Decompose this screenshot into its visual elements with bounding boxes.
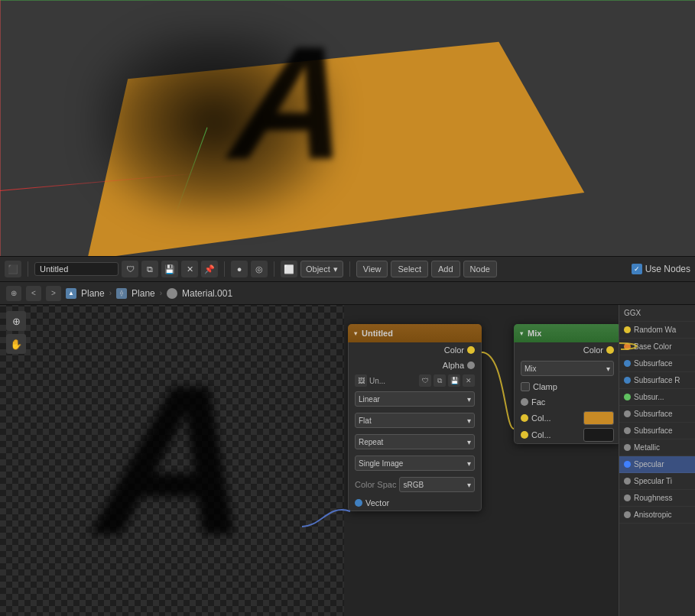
specular-ti-label: Specular Ti: [634, 477, 672, 485]
object-mode-icon[interactable]: ⬜: [281, 261, 297, 277]
filename-input[interactable]: [34, 262, 119, 276]
source-value: Single Image: [359, 459, 403, 468]
image-texture-node: ▾ Untitled Color Alpha 🖼 Un... 🛡 ⧉ 💾 ✕: [348, 324, 482, 511]
subsurface-label: Subsurface: [634, 359, 673, 368]
editor-type-icon[interactable]: ⬛: [5, 261, 21, 277]
pin-icon[interactable]: 📌: [201, 261, 218, 277]
zoom-tool-button[interactable]: ⊕: [6, 311, 26, 331]
mode-label: Object: [306, 264, 330, 274]
breadcrumb-arrow-1: ›: [109, 289, 112, 297]
close-icon[interactable]: ✕: [181, 261, 198, 277]
specular-ti-socket[interactable]: [624, 478, 631, 485]
view-label: View: [363, 264, 382, 274]
color-space-dropdown[interactable]: sRGB ▾: [399, 477, 475, 492]
col2-input-socket[interactable]: [521, 431, 528, 439]
col2-color-swatch[interactable]: [583, 428, 614, 442]
hand-tool-button[interactable]: ✋: [6, 334, 26, 354]
use-nodes-checkbox[interactable]: ✓: [632, 264, 642, 274]
use-nodes-label: Use Nodes: [645, 264, 690, 274]
principled-bsdf-node: ▾ Principled GGX Random Wa Base Color Su…: [619, 282, 695, 616]
select-label: Select: [398, 264, 421, 274]
preview-letter-container: A: [0, 305, 344, 616]
shield-icon[interactable]: 🛡: [122, 261, 138, 277]
add-button[interactable]: Add: [431, 261, 460, 277]
vector-input-socket[interactable]: [355, 499, 362, 507]
principled-subsurf-r-row: Subsurface R: [619, 372, 695, 389]
anisotropic-label: Anisotropic: [634, 511, 671, 519]
image-texture-node-header[interactable]: ▾ Untitled: [348, 324, 482, 342]
projection-dropdown[interactable]: Flat ▾: [355, 413, 475, 428]
mix-node: ▾ Mix Color Mix ▾ Clamp: [514, 324, 621, 444]
metallic-socket[interactable]: [624, 444, 631, 451]
base-color-socket[interactable]: [624, 343, 631, 350]
toolbar-separator-2: [224, 261, 225, 277]
subsur-label: Subsur...: [634, 393, 664, 401]
color-space-label: Color Spac: [355, 480, 396, 489]
nav-back-icon[interactable]: <: [26, 286, 41, 301]
subsurface-r-socket[interactable]: [624, 377, 631, 384]
alpha-output-socket[interactable]: [467, 361, 475, 369]
mix-node-header[interactable]: ▾ Mix: [514, 324, 621, 342]
principled-basecolor-row: Base Color: [619, 339, 695, 355]
col1-input-socket[interactable]: [521, 414, 528, 422]
source-wrapper: Single Image ▾: [349, 452, 481, 474]
plane-object-label: Plane: [81, 288, 105, 299]
color-output-socket[interactable]: [467, 346, 475, 354]
save-icon[interactable]: 💾: [161, 261, 178, 277]
mix-method-dropdown[interactable]: Mix ▾: [521, 361, 614, 376]
nav-forward-icon[interactable]: >: [46, 286, 61, 301]
color-space-chevron-icon: ▾: [467, 481, 471, 489]
principled-specular-row: Specular: [619, 456, 695, 473]
interpolation-dropdown[interactable]: Linear ▾: [355, 391, 475, 407]
col1-color-swatch[interactable]: [583, 411, 614, 425]
extension-dropdown[interactable]: Repeat ▾: [355, 434, 475, 449]
interpolation-value: Linear: [359, 395, 380, 404]
mini-shield-icon[interactable]: 🛡: [419, 374, 431, 387]
letter-preview: A: [226, 23, 356, 183]
mix-color-output-row: Color: [515, 342, 620, 358]
subsur-socket[interactable]: [624, 394, 631, 400]
collapse-arrow-icon: ▾: [354, 330, 357, 337]
roughness-socket[interactable]: [624, 494, 631, 501]
mix-color-output-socket[interactable]: [606, 346, 614, 354]
subsurface2-label: Subsurface: [634, 410, 673, 418]
specular-socket[interactable]: [624, 461, 631, 468]
mix-node-body: Color Mix ▾ Clamp Fac: [514, 342, 621, 444]
mini-copy-icon[interactable]: ⧉: [434, 374, 446, 387]
anisotropic-socket[interactable]: [624, 511, 631, 518]
source-dropdown[interactable]: Single Image ▾: [355, 456, 475, 471]
mix-method-chevron-icon: ▾: [606, 365, 610, 373]
mini-close-icon[interactable]: ✕: [463, 374, 475, 387]
select-button[interactable]: Select: [391, 261, 428, 277]
clamp-checkbox[interactable]: [521, 382, 530, 391]
fac-input-row: Fac: [515, 394, 620, 410]
image-mini-name: Un...: [369, 377, 417, 385]
mode-dropdown[interactable]: Object ▾: [300, 261, 343, 277]
ggx-label: GGX: [624, 309, 641, 317]
image-preview-icon[interactable]: 🖼: [355, 374, 367, 387]
subsurface-r-label: Subsurface R: [634, 376, 680, 384]
breadcrumb-arrow-2: ›: [160, 289, 162, 297]
principled-specular-ti-row: Specular Ti: [619, 473, 695, 490]
subsurface3-socket[interactable]: [624, 427, 631, 434]
copy-icon[interactable]: ⧉: [141, 261, 158, 277]
node-button[interactable]: Node: [463, 261, 497, 277]
mix-node-title: Mix: [528, 329, 541, 338]
view-button[interactable]: View: [356, 261, 388, 277]
subsurface2-socket[interactable]: [624, 410, 631, 417]
base-color-label: Base Color: [634, 342, 671, 351]
metallic-label: Metallic: [634, 443, 660, 452]
render-icon[interactable]: ◎: [251, 261, 268, 277]
toolbar-separator-4: [349, 261, 350, 277]
fac-input-socket[interactable]: [521, 398, 528, 406]
zoom-in-icon[interactable]: ⊕: [6, 286, 21, 301]
principled-subsurface2-row: Subsurface: [619, 406, 695, 423]
subsurface-socket[interactable]: [624, 360, 631, 367]
random-wa-socket[interactable]: [624, 326, 631, 333]
sphere-icon[interactable]: ●: [231, 261, 248, 277]
mini-save-icon[interactable]: 💾: [448, 374, 460, 387]
principled-subsur-row: Subsur...: [619, 389, 695, 406]
principled-subsurface-row: Subsurface: [619, 355, 695, 372]
node-label: Node: [470, 264, 490, 274]
projection-chevron-icon: ▾: [467, 417, 471, 425]
